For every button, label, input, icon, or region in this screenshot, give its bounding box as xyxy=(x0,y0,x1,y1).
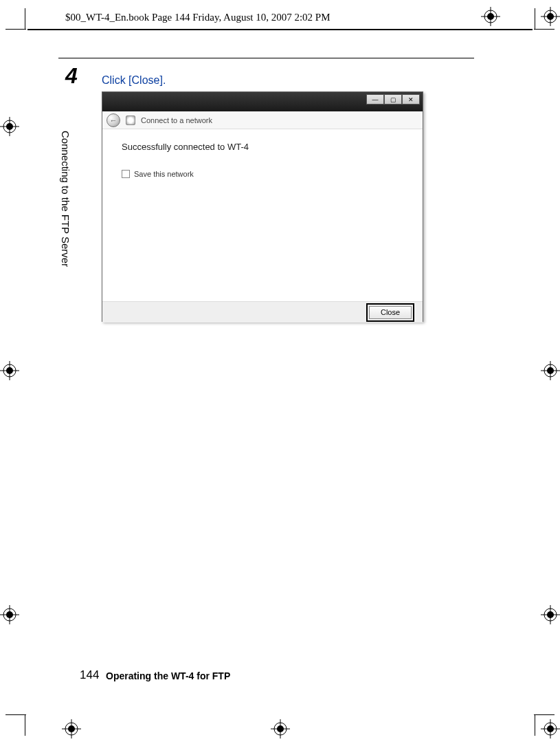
step-instruction: Click [Close]. xyxy=(102,74,166,87)
window-titlebar: — ▢ ✕ xyxy=(102,92,423,111)
window-footer: Close xyxy=(102,301,423,322)
close-button[interactable]: Close xyxy=(369,306,412,319)
save-network-label: Save this network xyxy=(134,170,194,178)
step-number: 4 xyxy=(65,63,78,89)
registration-mark xyxy=(541,719,560,738)
network-icon xyxy=(126,116,135,125)
registration-mark xyxy=(541,7,560,26)
registration-mark xyxy=(541,605,560,624)
save-network-checkbox[interactable] xyxy=(122,170,130,178)
window-body: Successfully connected to WT-4 Save this… xyxy=(102,129,423,301)
footer-title: Operating the WT-4 for FTP xyxy=(106,670,230,681)
window-minimize-button[interactable]: — xyxy=(366,94,384,105)
dialog-window: — ▢ ✕ ← Connect to a network Successfull… xyxy=(102,91,423,322)
close-button-highlight: Close xyxy=(366,303,414,322)
doc-header: $00_WT-4_En.book Page 144 Friday, August… xyxy=(65,12,331,23)
sidebar-section-title: Connecting to the FTP Server xyxy=(60,131,71,267)
registration-mark xyxy=(0,117,19,136)
registration-mark xyxy=(0,605,19,624)
window-close-button[interactable]: ✕ xyxy=(402,94,420,105)
registration-mark xyxy=(481,7,500,26)
window-subheader: ← Connect to a network xyxy=(102,111,423,129)
section-rule xyxy=(58,58,474,58)
header-rule xyxy=(27,29,533,30)
page-number: 144 xyxy=(80,668,99,682)
registration-mark xyxy=(62,719,81,738)
registration-mark xyxy=(541,361,560,380)
registration-mark xyxy=(0,361,19,380)
registration-mark xyxy=(271,719,290,738)
back-button[interactable]: ← xyxy=(107,113,120,127)
success-message: Successfully connected to WT-4 xyxy=(122,142,403,152)
window-title: Connect to a network xyxy=(141,116,212,124)
window-maximize-button[interactable]: ▢ xyxy=(384,94,402,105)
